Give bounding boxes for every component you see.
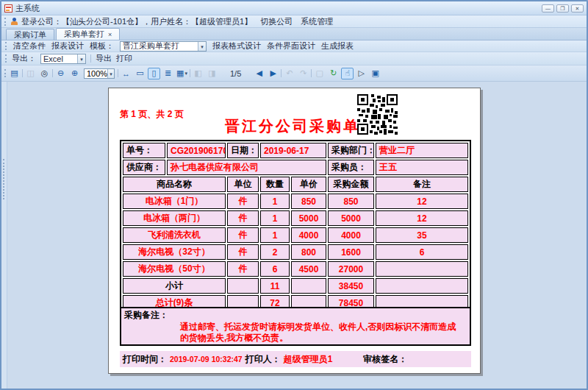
redo-icon[interactable]: ↷ xyxy=(297,68,309,79)
next-page-icon[interactable]: ▶ xyxy=(267,68,279,79)
report-format-design-button[interactable]: 报表格式设计 xyxy=(212,40,261,52)
toolbar-grip xyxy=(5,42,7,50)
user-icon xyxy=(10,18,18,25)
pointer-tool-icon[interactable]: ▷ xyxy=(355,68,368,79)
chevron-down-icon[interactable]: ▾ xyxy=(107,69,114,78)
prev-page-icon[interactable]: ◀ xyxy=(253,68,265,79)
refresh-icon[interactable]: ↻ xyxy=(327,68,340,79)
minimize-icon[interactable]: — xyxy=(542,4,554,13)
collapsed-panel-splitter[interactable] xyxy=(1,82,7,389)
report-design-button[interactable]: 报表设计 xyxy=(51,40,84,52)
document-footer: 打印时间： 2019-07-09 10:32:47 打印人： 超级管理员1 审核… xyxy=(120,351,471,367)
table-header-row: 商品名称 单位 数量 单价 采购金额 备注 xyxy=(123,177,468,192)
stop-icon[interactable]: ▢ xyxy=(313,68,326,79)
page-indicator: 1/5 xyxy=(230,69,241,78)
audit-sign-label: 审核签名： xyxy=(363,353,407,366)
subtotal-amount: 38450 xyxy=(328,278,374,294)
preview-area[interactable]: 第 1 页、共 2 页 晋江分公司采购单 xyxy=(1,82,587,389)
template-label: 模板： xyxy=(90,40,114,52)
hand-tool-icon[interactable]: ☝ xyxy=(341,68,354,79)
remark-label: 采购备注： xyxy=(124,309,467,322)
separator xyxy=(311,69,312,77)
fit-width-icon[interactable]: ↔ xyxy=(120,68,132,79)
table-row: 电冰箱（两门） 件 1 5000 5000 12 xyxy=(123,210,468,226)
report-page: 第 1 页、共 2 页 晋江分公司采购单 xyxy=(108,88,481,374)
order-no-value: CG20190617001 xyxy=(167,143,226,158)
properties-icon[interactable]: ▣ xyxy=(369,68,381,79)
copy-icon[interactable]: ◫ xyxy=(24,68,37,79)
table-row: 供应商： 孙七电器供应有限公司 采购员： 王五 xyxy=(123,160,468,175)
chevron-down-icon[interactable]: ▾ xyxy=(77,54,85,63)
export-label: 导出： xyxy=(12,53,36,64)
date-label: 日期： xyxy=(227,143,259,158)
title-bar: 主系统 — ❐ ✕ xyxy=(1,1,587,15)
multi-page-icon[interactable]: ▦ ▾ xyxy=(176,68,188,79)
toolbar-grip xyxy=(4,69,7,77)
col-header-amount: 采购金额 xyxy=(328,177,374,192)
chevron-down-icon[interactable]: ▾ xyxy=(198,42,206,51)
print-button[interactable]: 打印 xyxy=(116,53,132,64)
export-format-select[interactable]: Excel ▾ xyxy=(40,54,86,64)
login-bar: 登录公司：【汕头分公司-101仓】，用户姓名：【超级管理员1】 切换公司 系统管… xyxy=(1,15,587,28)
app-icon xyxy=(4,4,12,13)
zoom-in-icon[interactable]: ⊕ xyxy=(68,68,81,79)
single-page-icon[interactable]: ▯ xyxy=(148,68,160,79)
tab-close-icon[interactable]: × xyxy=(108,31,112,38)
fit-page-icon[interactable]: ▭ xyxy=(134,68,146,79)
find-icon[interactable]: ◎ xyxy=(38,68,51,79)
table-row: 飞利浦洗衣机 件 1 4000 4000 35 xyxy=(123,227,468,243)
tab-purchase-order[interactable]: 采购订单 xyxy=(6,29,54,40)
condition-ui-design-button[interactable]: 条件界面设计 xyxy=(267,40,315,52)
main-window: 主系统 — ❐ ✕ 登录公司：【汕头分公司-101仓】，用户姓名：【超级管理员1… xyxy=(0,0,588,390)
dept-value: 营业二厅 xyxy=(376,143,468,158)
tab-purchase-print[interactable]: 采购单套打 × xyxy=(56,28,120,40)
close-icon[interactable]: ✕ xyxy=(571,4,584,13)
purchase-remark-box: 采购备注： 通过邮寄、托运发货时请标明发货单位、收件人,否则因标识不清而造成的货… xyxy=(120,307,471,346)
zoom-level-select[interactable]: 100% ▾ xyxy=(84,68,115,79)
buyer-label: 采购员： xyxy=(328,160,374,175)
login-info-text: 登录公司：【汕头分公司-101仓】，用户姓名：【超级管理员1】 xyxy=(21,16,252,27)
continuous-pages-icon[interactable]: ≣ xyxy=(162,68,174,79)
supplier-value: 孙七电器供应有限公司 xyxy=(167,160,326,175)
col-header-qty: 数量 xyxy=(260,177,290,192)
col-header-note: 备注 xyxy=(376,177,468,192)
export-button[interactable]: 导出 xyxy=(96,53,112,64)
supplier-label: 供应商： xyxy=(123,160,165,175)
paste-icon[interactable]: ▤ xyxy=(8,68,21,79)
toolbar-grip xyxy=(4,18,7,26)
clear-conditions-button[interactable]: 清空条件 xyxy=(13,40,46,52)
generate-report-button[interactable]: 生成报表 xyxy=(321,40,354,52)
zoom-out-icon[interactable]: ⊖ xyxy=(54,68,67,79)
subtotal-row: 小计 11 38450 xyxy=(123,278,468,294)
toolbar-grip xyxy=(5,54,7,63)
next-view-icon[interactable]: ◨ xyxy=(206,68,218,79)
printer-value: 超级管理员1 xyxy=(284,353,333,366)
table-row: 单号： CG20190617001 日期： 2019-06-17 采购部门： 营… xyxy=(123,143,468,158)
undo-icon[interactable]: ↶ xyxy=(283,68,295,79)
maximize-icon[interactable]: ❐ xyxy=(556,4,569,13)
separator xyxy=(22,69,23,77)
system-manage-link[interactable]: 系统管理 xyxy=(301,16,333,27)
table-row: 海尔电视（50寸） 件 6 4500 27000 xyxy=(123,261,468,277)
separator xyxy=(90,54,91,63)
export-toolbar: 导出： Excel ▾ 导出 打印 xyxy=(1,52,587,65)
window-controls: — ❐ ✕ xyxy=(542,4,584,13)
switch-company-link[interactable]: 切换公司 xyxy=(260,16,293,27)
qr-code xyxy=(357,94,398,135)
subtotal-label: 小计 xyxy=(123,278,226,294)
preview-toolbar: ▤ ◫ ◎ ⊖ ⊕ 100% ▾ ↔ ▭ ▯ ≣ ▦ ▾ ◧ ◨ 1/5 ◀ ▶… xyxy=(1,65,587,82)
purchase-order-table: 单号： CG20190617001 日期： 2019-06-17 采购部门： 营… xyxy=(120,140,471,313)
subtotal-qty: 11 xyxy=(260,278,290,294)
previous-view-icon[interactable]: ◧ xyxy=(192,68,204,79)
separator xyxy=(190,69,190,77)
dept-label: 采购部门： xyxy=(328,143,374,158)
separator xyxy=(52,69,53,77)
col-header-name: 商品名称 xyxy=(123,177,226,192)
chevron-down-icon: ▾ xyxy=(184,71,187,77)
window-title: 主系统 xyxy=(15,3,40,14)
print-time-label: 打印时间： xyxy=(123,353,167,366)
template-select[interactable]: 晋江采购单套打 ▾ xyxy=(120,41,207,52)
buyer-value: 王五 xyxy=(376,160,468,175)
print-time-value: 2019-07-09 10:32:47 xyxy=(170,355,243,364)
date-value: 2019-06-17 xyxy=(260,143,326,158)
